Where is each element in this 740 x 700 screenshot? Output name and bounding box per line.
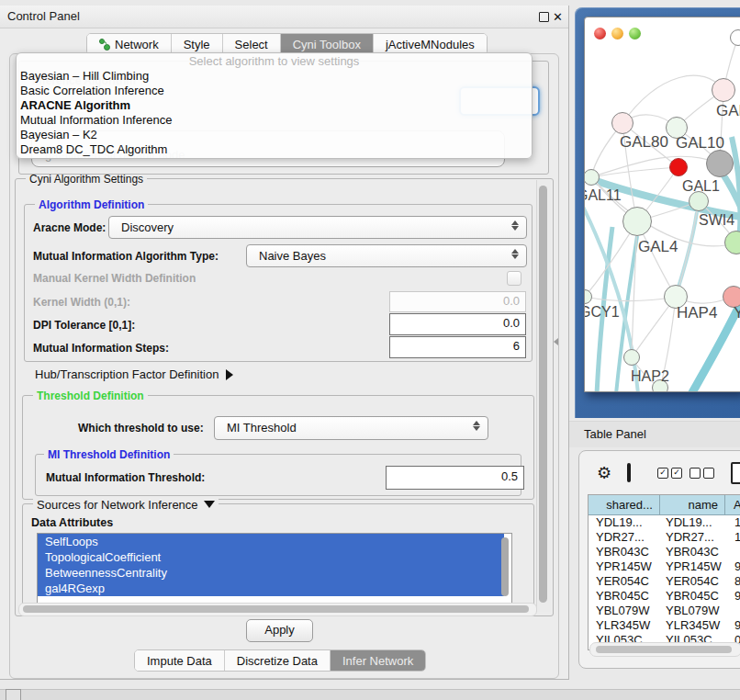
node-label-gal4: GAL4 (638, 238, 678, 256)
tab-network-label: Network (115, 38, 159, 51)
network-node-gal80[interactable] (611, 112, 633, 134)
mi-threshold-field[interactable]: 0.5 (386, 466, 524, 490)
expand-right-icon[interactable] (226, 369, 233, 380)
column-header-clipped[interactable]: A (725, 495, 740, 514)
select-all-checkboxes-icon[interactable]: ✓✓ (657, 468, 682, 479)
list-scrollbar-thumb[interactable] (501, 537, 509, 596)
combo-updown-icon (473, 420, 481, 432)
kernel-width-field[interactable]: 0.0 (389, 291, 526, 312)
table-panel-title: Table Panel (584, 427, 646, 441)
node-label-y-clipped: Y (734, 304, 740, 322)
settings-horizontal-scrollbar[interactable] (18, 603, 537, 616)
table-row[interactable]: YPR145WYPR145W9. (589, 559, 740, 574)
dropdown-item-basic-correlation[interactable]: Basic Correlation Inference (17, 84, 532, 98)
manual-kernel-checkbox[interactable] (507, 271, 521, 286)
tab-jactivemnodules[interactable]: jActiveMNodules (374, 34, 487, 54)
bottom-status-strip (0, 689, 740, 700)
aracne-mode-label: Aracne Mode: (33, 221, 106, 234)
collapse-down-icon[interactable] (204, 501, 215, 508)
table-row[interactable]: YBL079WYBL079W (589, 604, 740, 618)
combo-updown-icon (511, 220, 520, 231)
list-item-topologicalcoefficient[interactable]: TopologicalCoefficient (38, 549, 504, 565)
tab-network[interactable]: Network (87, 34, 172, 54)
table-row[interactable]: YBR043CYBR043C (589, 545, 740, 559)
hub-factor-label: Hub/Transcription Factor Definition (35, 367, 219, 381)
table-header-row: shared... name A (589, 495, 740, 515)
dropdown-item-mutual-information[interactable]: Mutual Information Inference (17, 113, 532, 128)
which-threshold-label: Which threshold to use: (78, 422, 204, 435)
mi-type-label: Mutual Information Algorithm Type: (33, 250, 219, 263)
which-threshold-value: MI Threshold (227, 421, 297, 435)
dropdown-item-bayesian-hill-climbing[interactable]: Bayesian – Hill Climbing (17, 69, 532, 84)
mi-threshold-group-title: MI Threshold Definition (44, 448, 174, 461)
tab-cyni-toolbox[interactable]: Cyni Toolbox (281, 34, 374, 54)
node-label-gal1: GAL1 (682, 178, 720, 195)
table-horizontal-scrollbar-thumb[interactable] (596, 646, 732, 653)
table-row[interactable]: YBR045CYBR045C9. (589, 589, 740, 604)
settings-vertical-scrollbar[interactable] (536, 180, 551, 612)
tab-discretize-data[interactable]: Discretize Data (225, 650, 331, 671)
column-header-name[interactable]: name (660, 495, 725, 514)
data-attributes-list[interactable]: SelfLoops TopologicalCoefficient Between… (37, 533, 512, 604)
dropdown-item-aracne[interactable]: ARACNE Algorithm (17, 98, 532, 113)
settings-horizontal-scrollbar-thumb[interactable] (23, 605, 529, 613)
deselect-all-checkboxes-icon[interactable] (690, 468, 714, 479)
table-horizontal-scrollbar[interactable] (589, 642, 740, 657)
aracne-mode-combobox[interactable]: Discovery (108, 216, 527, 239)
list-item-betweennesscentrality[interactable]: BetweennessCentrality (38, 565, 504, 581)
tab-impute-data[interactable]: Impute Data (135, 650, 225, 671)
gear-icon[interactable]: ⚙ (597, 465, 611, 481)
algorithm-definition-title: Algorithm Definition (35, 198, 148, 211)
table-row[interactable]: YDL19...YDL19...13 (589, 515, 740, 530)
split-columns-icon[interactable] (627, 463, 631, 482)
network-window-frame[interactable]: GAL80 GAL10 GAL1 GAL11 SWI4 GAL4 GCY1 HA… (575, 7, 740, 418)
sources-group-title[interactable]: Sources for Network Inference (33, 498, 219, 512)
table-row[interactable]: YER054CYER054C8. (589, 574, 740, 589)
control-panel-titlebar[interactable]: Control Panel ✕ (0, 6, 568, 28)
dropdown-prompt: Select algorithm to view settings (17, 54, 532, 69)
mi-steps-field[interactable]: 6 (389, 336, 526, 358)
threshold-definition-title: Threshold Definition (33, 390, 148, 402)
node-label-gal10: GAL10 (676, 134, 724, 152)
collapsed-panel-icon[interactable] (6, 689, 21, 700)
which-threshold-combobox[interactable]: MI Threshold (214, 416, 488, 440)
data-attributes-label: Data Attributes (31, 516, 113, 529)
network-node-hap2[interactable] (623, 349, 640, 366)
network-node-gal1-red[interactable] (669, 158, 688, 176)
panel-resize-handle-icon[interactable] (554, 338, 558, 345)
node-label-gcy1: GCY1 (584, 304, 620, 321)
hub-factor-expander[interactable]: Hub/Transcription Factor Definition (35, 367, 233, 381)
list-item-selfloops[interactable]: SelfLoops (38, 534, 504, 549)
settings-vertical-scrollbar-thumb[interactable] (539, 186, 547, 603)
table-row[interactable]: YDR27...YDR27...12 (589, 530, 740, 545)
mi-type-combobox[interactable]: Naive Bayes (246, 244, 527, 267)
control-panel-title: Control Panel (7, 9, 80, 23)
column-header-shared-name[interactable]: shared... (589, 495, 660, 514)
list-item-gal4rgexp[interactable]: gal4RGexp (38, 581, 504, 596)
new-table-icon[interactable] (731, 462, 740, 484)
table-panel-header: Table Panel (569, 421, 740, 447)
network-node-gal-pink[interactable] (712, 78, 735, 102)
dpi-tolerance-field[interactable]: 0.0 (389, 313, 526, 335)
dropdown-item-bayesian-k2[interactable]: Bayesian – K2 (17, 128, 532, 142)
float-window-icon[interactable] (539, 12, 549, 22)
manual-kernel-label: Manual Kernel Width Definition (33, 272, 196, 285)
network-node-gray[interactable] (706, 150, 734, 177)
dpi-tolerance-label: DPI Tolerance [0,1]: (33, 319, 135, 332)
apply-button[interactable]: Apply (246, 619, 313, 642)
network-node-gal4[interactable] (622, 207, 652, 236)
network-node[interactable] (730, 29, 740, 46)
tab-style[interactable]: Style (172, 34, 223, 54)
node-label-hap2: HAP2 (631, 368, 669, 385)
close-icon[interactable]: ✕ (553, 11, 563, 23)
node-table: shared... name A YDL19...YDL19...13 YDR2… (588, 494, 740, 650)
algorithm-dropdown-popup: Select algorithm to view settings Bayesi… (16, 52, 533, 159)
tab-infer-network[interactable]: Infer Network (331, 650, 425, 671)
dropdown-item-dream8[interactable]: Dream8 DC_TDC Algorithm (17, 142, 532, 157)
mi-type-value: Naive Bayes (259, 249, 326, 263)
cyni-algorithm-settings-title: Cyni Algorithm Settings (26, 173, 147, 186)
network-graph-icon (99, 39, 110, 50)
table-row[interactable]: YLR345WYLR345W9. (589, 618, 740, 633)
network-view[interactable]: GAL80 GAL10 GAL1 GAL11 SWI4 GAL4 GCY1 HA… (584, 17, 740, 392)
tab-select[interactable]: Select (223, 34, 281, 54)
